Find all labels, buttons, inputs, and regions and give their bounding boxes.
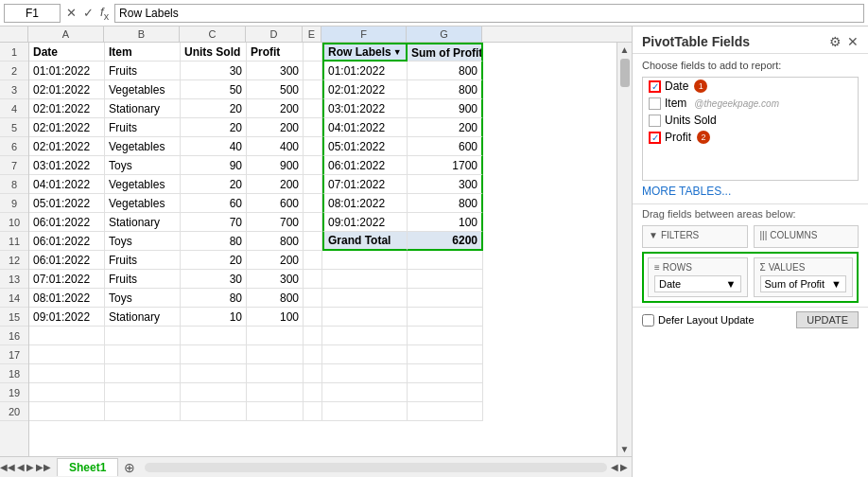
cell-d7[interactable]: 900 <box>247 156 304 175</box>
cell-c20[interactable] <box>181 402 247 421</box>
cell-a17[interactable] <box>29 345 105 364</box>
cell-c11[interactable]: 80 <box>181 232 247 251</box>
cell-f1[interactable]: Row Labels ▼ <box>322 43 408 62</box>
confirm-formula-icon[interactable]: ✓ <box>81 6 95 20</box>
cell-b6[interactable]: Vegetables <box>105 137 181 156</box>
row-num-6[interactable]: 6 <box>0 137 28 156</box>
cell-e6[interactable] <box>304 137 322 156</box>
cell-b17[interactable] <box>105 345 181 364</box>
cell-a1[interactable]: Date <box>29 43 105 62</box>
cell-d13[interactable]: 300 <box>247 270 304 289</box>
col-header-g[interactable]: G <box>407 26 482 42</box>
cell-c15[interactable]: 10 <box>181 308 247 327</box>
cell-e16[interactable] <box>304 327 322 345</box>
cell-e5[interactable] <box>304 118 322 137</box>
row-num-19[interactable]: 19 <box>0 383 28 402</box>
col-header-e[interactable]: E <box>303 26 321 42</box>
cell-c8[interactable]: 20 <box>181 175 247 194</box>
cell-d8[interactable]: 200 <box>247 175 304 194</box>
cancel-formula-icon[interactable]: ✕ <box>64 6 78 20</box>
cell-a8[interactable]: 04:01:2022 <box>29 175 105 194</box>
cell-d11[interactable]: 800 <box>247 232 304 251</box>
cell-b11[interactable]: Toys <box>105 232 181 251</box>
cell-d16[interactable] <box>247 327 304 345</box>
cell-f7[interactable]: 06:01:2022 <box>322 156 408 175</box>
cell-d18[interactable] <box>247 364 304 383</box>
cell-b9[interactable]: Vegetables <box>105 194 181 213</box>
field-item-item[interactable]: Item @thegeekpage.com <box>643 95 858 112</box>
cell-a5[interactable]: 02:01:2022 <box>29 118 105 137</box>
cell-f20[interactable] <box>322 402 408 421</box>
col-header-b[interactable]: B <box>104 26 180 42</box>
cell-g10[interactable]: 100 <box>408 213 483 232</box>
cell-d6[interactable]: 400 <box>247 137 304 156</box>
more-tables-link[interactable]: MORE TABLES... <box>642 185 731 198</box>
cell-d17[interactable] <box>247 345 304 364</box>
col-header-d[interactable]: D <box>246 26 303 42</box>
cell-e11[interactable] <box>304 232 322 251</box>
col-header-c[interactable]: C <box>180 26 246 42</box>
cell-f17[interactable] <box>322 345 408 364</box>
update-button[interactable]: UPDATE <box>796 311 859 328</box>
cell-d12[interactable]: 200 <box>247 251 304 270</box>
cell-b12[interactable]: Fruits <box>105 251 181 270</box>
cell-b18[interactable] <box>105 364 181 383</box>
cell-c6[interactable]: 40 <box>181 137 247 156</box>
cell-a2[interactable]: 01:01:2022 <box>29 62 105 80</box>
cell-e17[interactable] <box>304 345 322 364</box>
row-num-12[interactable]: 12 <box>0 251 28 270</box>
cell-c3[interactable]: 50 <box>181 80 247 99</box>
scroll-down-arrow[interactable]: ▼ <box>618 442 632 456</box>
row-labels-dropdown[interactable]: ▼ <box>393 47 402 57</box>
cell-f5[interactable]: 04:01:2022 <box>322 118 408 137</box>
cell-b14[interactable]: Toys <box>105 289 181 308</box>
nav-last-arrow[interactable]: ▶▶ <box>36 462 51 472</box>
field-item-profit[interactable]: ✓ Profit 2 <box>643 129 858 146</box>
cell-b4[interactable]: Stationary <box>105 99 181 118</box>
cell-e9[interactable] <box>304 194 322 213</box>
cell-c18[interactable] <box>181 364 247 383</box>
cell-g1[interactable]: Sum of Profit <box>408 43 483 62</box>
cell-f13[interactable] <box>322 270 408 289</box>
cell-a9[interactable]: 05:01:2022 <box>29 194 105 213</box>
cell-b13[interactable]: Fruits <box>105 270 181 289</box>
cell-a12[interactable]: 06:01:2022 <box>29 251 105 270</box>
cell-g16[interactable] <box>408 327 483 345</box>
row-num-15[interactable]: 15 <box>0 308 28 327</box>
h-scroll-track[interactable] <box>145 463 607 472</box>
close-panel-icon[interactable]: ✕ <box>847 34 859 49</box>
cell-a4[interactable]: 02:01:2022 <box>29 99 105 118</box>
cell-e7[interactable] <box>304 156 322 175</box>
cell-ref-input[interactable]: F1 <box>4 4 61 23</box>
row-num-4[interactable]: 4 <box>0 99 28 118</box>
cell-f12[interactable] <box>322 251 408 270</box>
cell-g11[interactable]: 6200 <box>408 232 483 251</box>
row-num-10[interactable]: 10 <box>0 213 28 232</box>
rows-dropdown-icon[interactable]: ▼ <box>726 278 737 290</box>
row-num-2[interactable]: 2 <box>0 62 28 80</box>
row-num-3[interactable]: 3 <box>0 80 28 99</box>
cell-a16[interactable] <box>29 327 105 345</box>
cell-e14[interactable] <box>304 289 322 308</box>
cell-g7[interactable]: 1700 <box>408 156 483 175</box>
row-num-14[interactable]: 14 <box>0 289 28 308</box>
cell-f15[interactable] <box>322 308 408 327</box>
cell-d1[interactable]: Profit <box>247 43 304 62</box>
col-header-f[interactable]: F <box>321 26 407 42</box>
cell-b7[interactable]: Toys <box>105 156 181 175</box>
cell-g13[interactable] <box>408 270 483 289</box>
row-num-9[interactable]: 9 <box>0 194 28 213</box>
cell-b20[interactable] <box>105 402 181 421</box>
cell-f3[interactable]: 02:01:2022 <box>322 80 408 99</box>
cell-g5[interactable]: 200 <box>408 118 483 137</box>
cell-a3[interactable]: 02:01:2022 <box>29 80 105 99</box>
cell-f11[interactable]: Grand Total <box>322 232 408 251</box>
cell-c14[interactable]: 80 <box>181 289 247 308</box>
cell-b5[interactable]: Fruits <box>105 118 181 137</box>
scroll-thumb[interactable] <box>620 59 630 87</box>
cell-a15[interactable]: 09:01:2022 <box>29 308 105 327</box>
row-num-1[interactable]: 1 <box>0 43 28 62</box>
cell-g20[interactable] <box>408 402 483 421</box>
row-num-11[interactable]: 11 <box>0 232 28 251</box>
cell-e4[interactable] <box>304 99 322 118</box>
